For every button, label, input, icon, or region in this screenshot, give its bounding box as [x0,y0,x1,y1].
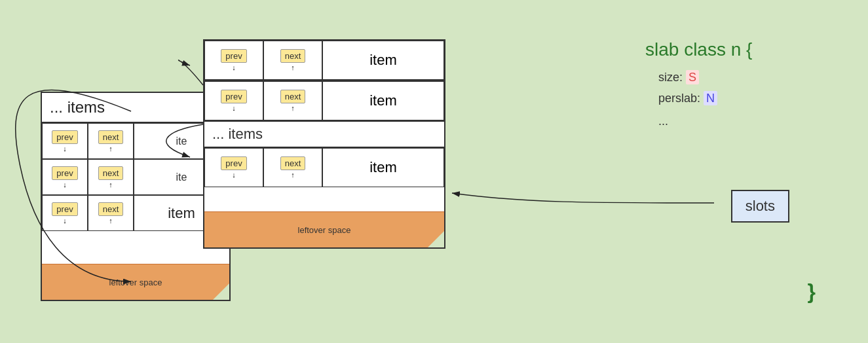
slots-arrow [452,193,714,203]
slab-close-brace: } [808,280,816,304]
next-badge-2: next [98,166,124,180]
card2-top-next: next ↑ [263,41,322,80]
next-badge: next [98,130,124,144]
card2-r2-item: item [322,81,444,120]
size-prop: size: S [658,67,829,88]
perslab-label: perslab: [658,92,704,105]
prev-badge-2: prev [52,166,77,180]
card2-items-ellipsis: ... items [204,122,444,148]
slab-class-info: slab class n { size: S perslab: N ... [645,39,829,134]
slots-label: slots [745,198,775,214]
card1-r2-c1: prev ↓ [42,159,88,195]
slab-class-props: size: S perslab: N [658,67,829,109]
card1-r1-c1: prev ↓ [42,123,88,159]
card2-top-item: item [322,41,444,80]
perslab-prop: perslab: N [658,88,829,109]
prev-badge-3: prev [52,202,77,216]
card1-r1-c2: next ↑ [88,123,134,159]
card1-grid: prev ↓ next ↑ ite prev ↓ next ↑ ite [42,123,229,231]
card1-r2-c2: next ↑ [88,159,134,195]
card1-r3-c1: prev ↓ [42,195,88,231]
size-label: size: [658,71,686,84]
card1-r3-c2: next ↑ [88,195,134,231]
slab-dots: ... [658,115,829,128]
size-val: S [686,70,699,84]
card2-r2-next: next ↑ [263,81,322,120]
slab-card-2: prev ↓ next ↑ item prev ↓ next ↑ item ..… [203,39,445,249]
card2-self-arrow [179,60,203,85]
prev-badge: prev [52,130,77,144]
main-diagram: ... items prev ↓ next ↑ ite prev ↓ next … [0,0,868,343]
card2-leftover: leftover space [204,211,444,247]
slab-card-1: ... items prev ↓ next ↑ ite prev ↓ next … [41,92,231,301]
card2-bot-item: item [322,148,444,187]
card2-bot-next: next ↑ [263,148,322,187]
perslab-val: N [704,91,717,105]
card2-bot-prev: prev ↓ [204,148,263,187]
card2-r2-prev: prev ↓ [204,81,263,120]
slab-class-title: slab class n { [645,39,829,60]
next-badge-3: next [98,202,124,216]
card2-top-prev: prev ↓ [204,41,263,80]
card1-leftover: leftover space [42,264,229,300]
card1-header: ... items [42,93,229,123]
slots-box: slots [731,190,789,223]
